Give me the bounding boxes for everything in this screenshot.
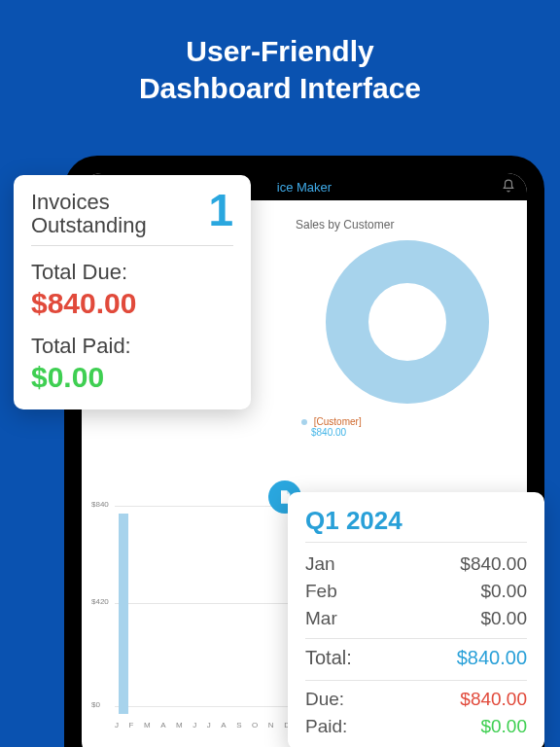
headline-line1: User-Friendly xyxy=(0,33,560,70)
q-jan-value: $840.00 xyxy=(460,553,527,575)
bar-ytick-840: $840 xyxy=(91,500,109,509)
monthly-bar-chart: $840 $420 $0 J F M A M J J A S O N D xyxy=(91,500,296,733)
headline-line2: Dashboard Interface xyxy=(0,70,560,107)
m-n: N xyxy=(268,721,274,729)
q-due-value: $840.00 xyxy=(460,689,527,710)
legend-value: $840.00 xyxy=(311,427,519,438)
total-paid-label: Total Paid: xyxy=(31,334,233,359)
bar-ytick-420: $420 xyxy=(91,597,109,606)
q-total-value: $840.00 xyxy=(457,647,527,669)
q-row-mar: Mar $0.00 xyxy=(305,605,527,632)
quarter-title: Q1 2024 xyxy=(305,506,527,543)
q-feb-value: $0.00 xyxy=(480,581,527,602)
invoices-title: Invoices Outstanding xyxy=(31,191,147,237)
m-j3: J xyxy=(207,721,211,729)
m-j2: J xyxy=(192,721,196,729)
card-quarter-summary[interactable]: Q1 2024 Jan $840.00 Feb $0.00 Mar $0.00 … xyxy=(288,492,544,747)
legend-name: [Customer] xyxy=(314,416,362,427)
bar-month-labels: J F M A M J J A S O N D xyxy=(115,721,290,729)
q-total-label: Total: xyxy=(305,647,352,669)
q-row-due: Due: $840.00 xyxy=(305,680,527,713)
invoices-title-l2: Outstanding xyxy=(31,214,147,237)
m-j: J xyxy=(115,721,119,729)
svg-point-0 xyxy=(347,262,468,382)
total-paid-value: $0.00 xyxy=(31,361,233,394)
m-m2: M xyxy=(176,721,183,729)
m-o: O xyxy=(252,721,258,729)
bell-icon[interactable] xyxy=(502,179,515,193)
q-mar-label: Mar xyxy=(305,608,337,629)
q-row-total: Total: $840.00 xyxy=(305,638,527,672)
q-row-paid: Paid: $0.00 xyxy=(305,713,527,740)
sales-title: Sales by Customer xyxy=(296,218,519,231)
q-paid-label: Paid: xyxy=(305,716,347,737)
q-paid-value: $0.00 xyxy=(480,716,527,737)
bar-ytick-0: $0 xyxy=(91,700,100,709)
total-due-label: Total Due: xyxy=(31,260,233,285)
total-due-value: $840.00 xyxy=(31,287,233,320)
m-m: M xyxy=(144,721,151,729)
page-headline: User-Friendly Dashboard Interface xyxy=(0,0,560,106)
q-due-label: Due: xyxy=(305,689,344,710)
invoices-title-l1: Invoices xyxy=(31,191,147,214)
bar-jan xyxy=(119,514,128,714)
invoices-count: 1 xyxy=(208,191,233,231)
legend-dot-icon xyxy=(301,419,307,425)
m-a2: A xyxy=(221,721,226,729)
m-a: A xyxy=(160,721,165,729)
m-s: S xyxy=(236,721,241,729)
card-invoices-outstanding[interactable]: Invoices Outstanding 1 Total Due: $840.0… xyxy=(14,175,251,409)
donut-legend: [Customer] $840.00 xyxy=(301,416,519,438)
q-row-feb: Feb $0.00 xyxy=(305,578,527,605)
q-mar-value: $0.00 xyxy=(480,608,527,629)
app-title: ice Maker xyxy=(277,180,332,195)
q-feb-label: Feb xyxy=(305,581,337,602)
sales-by-customer-panel: Sales by Customer [Customer] $840.00 xyxy=(296,218,519,438)
donut-chart xyxy=(296,239,519,405)
q-row-jan: Jan $840.00 xyxy=(305,551,527,578)
q-jan-label: Jan xyxy=(305,553,335,575)
m-f: F xyxy=(129,721,134,729)
